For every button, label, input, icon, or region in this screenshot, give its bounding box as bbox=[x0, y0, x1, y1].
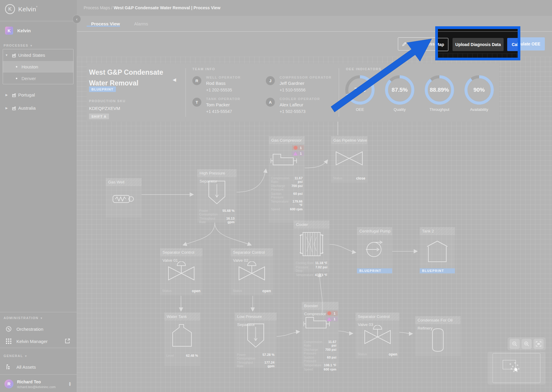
control-valve-icon bbox=[231, 261, 273, 281]
sidebar-divider bbox=[0, 348, 77, 348]
cooler-icon bbox=[294, 231, 329, 258]
avatar: R bbox=[192, 76, 201, 85]
page-title: West G&P Condensate Water Removal bbox=[89, 67, 179, 88]
user-menu[interactable]: R Richard Teo richard.teo@kelvininc.com … bbox=[0, 376, 77, 392]
breadcrumb-current: West G&P Condensate Water Removal | Proc… bbox=[114, 5, 220, 10]
tree-label: Denver bbox=[22, 76, 36, 81]
process-header-panel: West G&P Condensate Water Removal ◀ BLUE… bbox=[87, 63, 499, 122]
zoom-out-button[interactable] bbox=[510, 339, 520, 349]
orchestration-icon bbox=[5, 326, 12, 332]
upload-diagnosis-data-button[interactable]: Upload Diagnosis Data bbox=[453, 38, 504, 51]
app-root: K Kelvin° K Kelvin PROCESSES▼ ▼ United S… bbox=[0, 0, 552, 392]
quality-ring-label: Quality bbox=[384, 107, 415, 112]
throughput-ring: 88.89% Throughput bbox=[424, 74, 455, 112]
sku-value: KDEQPZXEVM bbox=[89, 106, 120, 111]
team-info-heading: TEAM INFO bbox=[192, 67, 215, 71]
throughput-ring-value: 88.89% bbox=[424, 74, 455, 105]
node-condensate-for-oil-refinery[interactable]: Condensate For Oil Refinery bbox=[415, 316, 461, 356]
gas-well-icon bbox=[106, 193, 142, 205]
alarm-badge-critical[interactable]: 1 bbox=[326, 311, 338, 316]
zoom-toolbar bbox=[507, 337, 546, 350]
node-gas-well[interactable]: Gas Well bbox=[106, 178, 142, 218]
workspace-name: Kelvin bbox=[17, 28, 31, 33]
operator-name: Jeff Gardner bbox=[280, 81, 304, 86]
tank-icon bbox=[420, 240, 455, 263]
avatar: T bbox=[192, 98, 201, 107]
zoom-in-button[interactable] bbox=[522, 339, 532, 349]
minimap-viewport[interactable] bbox=[503, 360, 516, 369]
calculate-oee-button[interactable]: Calculate OEE bbox=[507, 38, 518, 51]
node-gas-pipeline-valve[interactable]: Gas Pipeline Valve Statusclose bbox=[331, 136, 367, 183]
external-link-icon[interactable] bbox=[65, 338, 70, 344]
node-centrifugal-pump[interactable]: Centrifugal Pump BLUEPRINT bbox=[357, 227, 392, 273]
sku-label: PRODUCTION SKU bbox=[89, 99, 126, 103]
sidebar-item-orchestration[interactable]: Orchestration bbox=[0, 323, 77, 335]
quality-ring: 87.5% Quality bbox=[384, 74, 415, 112]
collapse-panel-icon[interactable]: ◀ bbox=[173, 77, 176, 82]
chevron-right-icon[interactable]: ▶ bbox=[3, 106, 10, 110]
sidebar-divider bbox=[0, 374, 77, 375]
chevron-up-down-icon: ▲▼ bbox=[68, 382, 71, 386]
cylinder-tank-icon bbox=[415, 327, 461, 353]
edit-process-map-button[interactable]: Edit Process Map bbox=[438, 38, 448, 51]
factory-icon bbox=[10, 93, 18, 97]
bullet-icon bbox=[16, 78, 17, 79]
fit-to-screen-button[interactable] bbox=[533, 339, 544, 349]
operator-name: Alex Lafleur bbox=[280, 102, 303, 107]
tab-alarms[interactable]: Alarms bbox=[134, 21, 148, 26]
kelvin-logo-icon: K bbox=[5, 4, 15, 14]
workspace-avatar: K bbox=[5, 27, 13, 35]
operator-phone: +1 510-55556 bbox=[280, 88, 306, 92]
alarm-badge-critical[interactable]: 1 bbox=[292, 145, 304, 150]
user-email: richard.teo@kelvininc.com bbox=[17, 385, 56, 389]
node-low-pressure-separator[interactable]: Low Pressure Separator Power Consumption… bbox=[235, 313, 277, 368]
sidebar-item-all-assets[interactable]: All Assets bbox=[0, 361, 77, 373]
active-tab-underline bbox=[87, 26, 120, 27]
separator-icon bbox=[197, 180, 237, 204]
chevron-right-icon[interactable]: ▶ bbox=[3, 93, 10, 97]
node-cooler[interactable]: Cooler Cooling Rate11.18 °F Pressure Dro… bbox=[294, 220, 329, 272]
minimap-resize-handle[interactable] bbox=[514, 368, 517, 371]
topbar: Process Maps / West G&P Condensate Water… bbox=[77, 0, 552, 16]
valve-icon bbox=[331, 151, 367, 166]
minimap[interactable] bbox=[487, 352, 545, 385]
sidebar-collapse-button[interactable]: ‹ bbox=[73, 15, 81, 23]
oee-ring: 70% OEE bbox=[344, 74, 375, 112]
section-processes[interactable]: PROCESSES▼ bbox=[4, 44, 33, 47]
logo-text: Kelvin bbox=[18, 6, 36, 13]
breadcrumb-root[interactable]: Process Maps bbox=[84, 5, 110, 10]
blueprint-badge: BLUEPRINT bbox=[89, 86, 116, 92]
section-general[interactable]: GENERAL▼ bbox=[4, 354, 27, 358]
node-water-tank[interactable]: Water Tank Level62.48 % bbox=[164, 313, 200, 366]
node-separator-control-valve-01[interactable]: Separator Control Valve 01 Statusopen bbox=[160, 248, 203, 295]
tree-label: Portugal bbox=[18, 92, 35, 97]
operator-role: WELL OPERATOR bbox=[206, 76, 241, 79]
tab-process-view[interactable]: Process View bbox=[91, 21, 120, 26]
section-administration[interactable]: ADMINISTRATION▼ bbox=[4, 316, 43, 320]
sidebar-item-kelvin-manager[interactable]: Kelvin Manager bbox=[0, 335, 77, 347]
tree-label: Australia bbox=[18, 105, 36, 111]
blueprint-banner: BLUEPRINT bbox=[357, 268, 392, 273]
node-booster-compressor[interactable]: Booster Compressor 1 1 Compression Ratio… bbox=[302, 302, 338, 367]
node-high-pressure-separator[interactable]: High Pressure Separator Power Consumptio… bbox=[197, 169, 237, 223]
availability-ring-label: Availability bbox=[464, 107, 495, 112]
water-tank-icon bbox=[164, 324, 200, 347]
node-gas-compressor[interactable]: Gas Compressor 1 1 Compression Ratio11.6… bbox=[269, 136, 305, 223]
divider bbox=[185, 68, 186, 117]
sidebar-item-denver[interactable]: Denver bbox=[3, 73, 73, 84]
sidebar-item-australia[interactable]: ▶ Australia bbox=[3, 102, 73, 114]
workspace-row[interactable]: K Kelvin bbox=[5, 27, 31, 35]
node-separator-control-valve-03[interactable]: Separator Control Valve 03 Statusopen bbox=[355, 313, 399, 359]
grid-icon bbox=[5, 339, 12, 344]
operator-role: COMPRESSOR OPERATOR bbox=[280, 76, 332, 79]
pump-icon bbox=[357, 238, 392, 258]
sidebar-item-houston[interactable]: Houston bbox=[3, 61, 73, 73]
assets-hierarchy-icon bbox=[5, 364, 12, 370]
node-tank-2[interactable]: Tank 2 BLUEPRINT bbox=[420, 227, 455, 273]
kelvin-logo: K Kelvin° bbox=[5, 4, 38, 14]
sidebar-item-united-states[interactable]: ▼ United States bbox=[3, 49, 73, 61]
operator-name: Tom Packer bbox=[206, 102, 230, 107]
chevron-down-icon[interactable]: ▼ bbox=[3, 53, 10, 57]
sidebar-item-portugal[interactable]: ▶ Portugal bbox=[3, 89, 73, 101]
node-separator-control-valve-02[interactable]: Separator Control Valve 02 Statusopen bbox=[231, 248, 273, 295]
